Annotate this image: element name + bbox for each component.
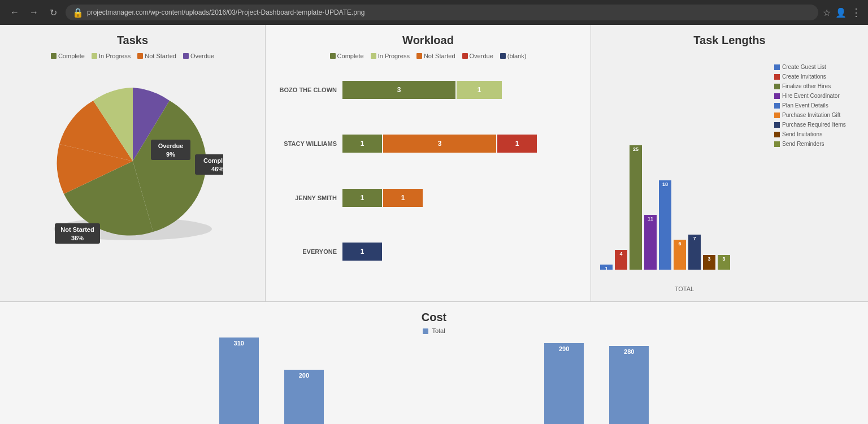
tl-legend-label-8: Send Reminders bbox=[782, 141, 824, 147]
tl-bar-group-3: 11 bbox=[644, 215, 657, 270]
tl-legend-dot-7 bbox=[774, 132, 780, 137]
tl-legend-dot-5 bbox=[774, 113, 780, 118]
workload-row-bozo: BOZO THE CLOWN 3 1 bbox=[275, 81, 581, 99]
wl-bar-stacy-3: 1 bbox=[497, 135, 537, 153]
legend-dot-inprogress bbox=[92, 53, 97, 59]
tl-legend: Create Guest List Create Invitations Fin… bbox=[774, 58, 859, 292]
user-icon[interactable]: 👤 bbox=[835, 7, 847, 18]
svg-text:36%: 36% bbox=[71, 235, 83, 241]
tasklengths-panel: Task Lengths 1 4 25 11 18 6 bbox=[591, 25, 868, 301]
menu-icon[interactable]: ⋮ bbox=[851, 6, 861, 19]
tl-legend-dot-6 bbox=[774, 122, 780, 128]
wl-bar-jenny-2: 1 bbox=[383, 189, 423, 207]
wl-label-bozo: BOZO THE CLOWN bbox=[275, 86, 342, 93]
tl-bar-7: 3 bbox=[703, 255, 715, 270]
cost-col-9: 280 PURCHASE REQUIRED bbox=[597, 338, 662, 424]
tl-bar-4: 18 bbox=[659, 180, 671, 270]
wl-bars-everyone: 1 bbox=[342, 243, 382, 261]
legend-dot-overdue bbox=[183, 53, 189, 59]
back-button[interactable]: ← bbox=[7, 5, 23, 20]
workload-panel: Workload Complete In Progress Not Starte… bbox=[266, 25, 591, 301]
wl-label-everyone: EVERYONE bbox=[275, 248, 342, 255]
wl-bars-stacy: 1 3 1 bbox=[342, 135, 537, 153]
cost-col-5: LOCK IN GUEST LIST bbox=[336, 338, 401, 424]
cost-col-10: SEND INVITATIONS bbox=[662, 338, 727, 424]
wl-bar-bozo-1: 3 bbox=[342, 81, 455, 99]
tl-legend-label-7: Send Invitations bbox=[782, 131, 822, 137]
cost-col-12: (BLANK) bbox=[792, 338, 857, 424]
tl-bar-group-5: 6 bbox=[674, 240, 686, 270]
tl-legend-dot-2 bbox=[774, 84, 780, 89]
tl-bar-8: 3 bbox=[718, 255, 730, 270]
tl-legend-dot-0 bbox=[774, 64, 780, 70]
svg-text:Overdue: Overdue bbox=[158, 142, 183, 149]
wl-legend-overdue: Overdue bbox=[462, 53, 493, 59]
svg-text:Not Started: Not Started bbox=[60, 226, 94, 233]
tl-bar-3: 11 bbox=[644, 215, 657, 270]
dashboard: Tasks Complete In Progress Not Started O… bbox=[0, 25, 868, 424]
wl-bar-stacy-1: 1 bbox=[342, 135, 382, 153]
tl-bar-group-1: 4 bbox=[615, 250, 627, 270]
cost-bar-3: 310 bbox=[219, 338, 259, 424]
cost-col-8: 290 PURCHASE INVITATION bbox=[532, 338, 597, 424]
tl-legend-item-6: Purchase Required Items bbox=[774, 122, 859, 128]
browser-chrome: ← → ↻ 🔒 projectmanager.com/wp-content/up… bbox=[0, 0, 868, 25]
tl-legend-item-8: Send Reminders bbox=[774, 141, 859, 147]
cost-chart-area: CHOOSE EVENT TIME CREATE GUEST LIST CREA… bbox=[11, 338, 857, 424]
tl-legend-label-0: Create Guest List bbox=[782, 64, 826, 70]
reload-button[interactable]: ↻ bbox=[45, 5, 61, 20]
tl-bars-wrap: 1 4 25 11 18 6 7 3 3 TOTAL bbox=[600, 58, 769, 292]
tl-legend-label-6: Purchase Required Items bbox=[782, 122, 846, 128]
tl-x-label: TOTAL bbox=[600, 285, 769, 292]
tl-legend-label-3: Hire Event Coordinator bbox=[782, 93, 840, 99]
tl-bar-6: 7 bbox=[688, 235, 701, 270]
cost-col-6: PARTY! bbox=[401, 338, 466, 424]
tl-legend-item-7: Send Invitations bbox=[774, 131, 859, 137]
tl-legend-label-5: Purchase Invitation Gift bbox=[782, 112, 840, 118]
cost-legend-dot bbox=[423, 328, 428, 334]
tl-bars-row: 1 4 25 11 18 6 7 3 3 bbox=[600, 125, 769, 283]
wl-legend-notstarted: Not Started bbox=[416, 53, 455, 59]
legend-complete: Complete bbox=[51, 53, 85, 59]
wl-bar-stacy-2: 3 bbox=[383, 135, 496, 153]
url-text: projectmanager.com/wp-content/uploads/20… bbox=[87, 8, 364, 16]
address-bar[interactable]: 🔒 projectmanager.com/wp-content/uploads/… bbox=[66, 5, 818, 20]
tl-legend-item-5: Purchase Invitation Gift bbox=[774, 112, 859, 118]
svg-text:46%: 46% bbox=[211, 166, 223, 172]
tl-bar-group-8: 3 bbox=[718, 255, 730, 270]
tl-legend-item-1: Create Invitations bbox=[774, 73, 859, 80]
cost-legend: Total bbox=[11, 327, 857, 334]
forward-button[interactable]: → bbox=[26, 5, 42, 20]
tl-legend-dot-1 bbox=[774, 74, 780, 80]
tl-bar-5: 6 bbox=[674, 240, 686, 270]
tl-bar-group-2: 25 bbox=[630, 145, 642, 270]
legend-dot-complete bbox=[51, 53, 57, 59]
legend-label-complete: Complete bbox=[58, 53, 85, 59]
wl-bar-bozo-2: 1 bbox=[457, 81, 502, 99]
wl-bars-jenny: 1 1 bbox=[342, 189, 423, 207]
tl-bar-group-4: 18 bbox=[659, 180, 671, 270]
legend-label-overdue: Overdue bbox=[190, 53, 214, 59]
tl-legend-label-4: Plan Event Details bbox=[782, 102, 828, 109]
wl-bar-everyone-1: 1 bbox=[342, 243, 382, 261]
workload-title: Workload bbox=[275, 34, 581, 47]
browser-actions: ☆ 👤 ⋮ bbox=[823, 6, 861, 19]
pie-svg: Complete 46% Not Started 36% In Progress… bbox=[42, 71, 223, 252]
tl-bar-group-0: 1 bbox=[600, 265, 613, 270]
tl-bar-2: 25 bbox=[630, 145, 642, 270]
star-icon[interactable]: ☆ bbox=[823, 7, 831, 18]
cost-bar-4: 200 bbox=[284, 370, 324, 424]
legend-overdue: Overdue bbox=[183, 53, 214, 59]
wl-bars-bozo: 3 1 bbox=[342, 81, 502, 99]
cost-bar-8: 290 bbox=[544, 343, 584, 424]
nav-buttons: ← → ↻ bbox=[7, 5, 61, 20]
tl-legend-dot-8 bbox=[774, 141, 780, 147]
tl-bar-1: 4 bbox=[615, 250, 627, 270]
legend-inprogress: In Progress bbox=[92, 53, 131, 59]
cost-col-11: SEND REMINDERS bbox=[727, 338, 792, 424]
tl-legend-label-2: Finalize other Hires bbox=[782, 83, 831, 89]
tl-legend-dot-4 bbox=[774, 103, 780, 109]
tl-legend-item-0: Create Guest List bbox=[774, 64, 859, 70]
cost-col-1: CREATE GUEST LIST bbox=[76, 338, 141, 424]
tasks-panel: Tasks Complete In Progress Not Started O… bbox=[0, 25, 266, 301]
